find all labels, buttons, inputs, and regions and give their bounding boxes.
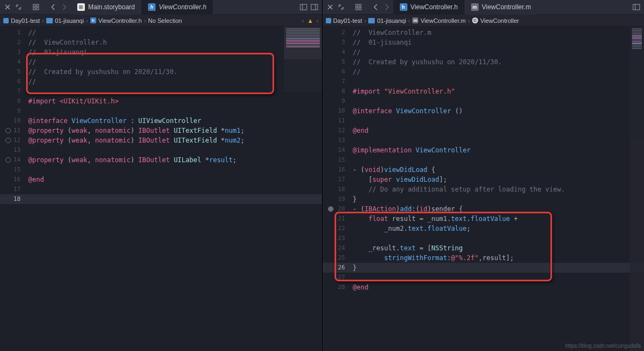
svg-rect-1 [36,4,39,7]
tab-header-file[interactable]: h ViewController.h [141,0,213,15]
left-editor-pane: ⊞ Main.storyboard h ViewController.h Day… [0,0,323,351]
forward-icon[interactable] [382,3,391,11]
right-editor[interactable]: 2345678910111213141516171819202122232425… [323,27,645,351]
right-code[interactable]: // ViewController.m// 01-jisuanqi//// Cr… [350,27,645,351]
impl-icon: m [471,3,479,11]
right-gutter: 2345678910111213141516171819202122232425… [323,27,350,351]
project-icon [326,18,331,23]
tab-header-file[interactable]: h ViewController.h [393,0,465,15]
left-code[interactable]: //// ViewController.h// 01-jisuanqi//// … [25,27,322,351]
svg-rect-9 [359,4,361,7]
tab-label: ViewController.h [159,3,206,11]
tab-label: ViewController.m [482,3,531,11]
svg-rect-11 [359,8,361,10]
left-editor[interactable]: 123456789101112131415161718 //// ViewCon… [0,27,322,351]
tab-storyboard[interactable]: ⊞ Main.storyboard [71,0,141,15]
header-icon: h [400,3,407,11]
impl-icon: m [412,17,418,23]
tab-label: ViewController.h [411,3,458,11]
svg-rect-0 [33,4,35,7]
right-minimap[interactable] [630,27,644,351]
right-topbar: h ViewController.h m ViewController.m [323,0,645,15]
tab-label: Main.storyboard [88,3,135,11]
next-icon[interactable]: › [317,17,319,24]
svg-rect-8 [356,4,358,7]
project-icon [3,18,9,23]
svg-rect-10 [356,8,358,10]
layout-icon[interactable] [299,3,308,11]
svg-rect-12 [633,4,640,10]
close-icon[interactable] [3,3,12,11]
layout-icon[interactable] [632,3,641,11]
header-icon: h [148,3,156,11]
prev-icon[interactable]: ‹ [302,17,304,24]
expand-icon[interactable] [337,3,345,11]
class-icon: C [472,17,478,23]
svg-rect-3 [36,8,39,10]
svg-rect-6 [311,4,318,10]
watermark: https://blog.csdn.net/cungudafa [565,343,641,349]
left-topbar: ⊞ Main.storyboard h ViewController.h [0,0,322,15]
expand-icon[interactable] [14,3,23,11]
folder-icon [46,18,53,23]
warning-icon[interactable]: ▲ [307,17,313,24]
header-icon: h [90,17,96,23]
storyboard-icon: ⊞ [77,3,85,11]
left-gutter: 123456789101112131415161718 [0,27,25,351]
split-icon[interactable] [310,3,319,11]
grid-icon[interactable] [354,3,363,11]
back-icon[interactable] [49,3,58,11]
folder-icon [368,18,375,23]
forward-icon[interactable] [60,3,69,11]
left-breadcrumb[interactable]: Day01-test › 01-jisuanqi › h ViewControl… [0,15,322,27]
right-breadcrumb[interactable]: Day01-test › 01-jisuanqi › m ViewControl… [323,15,645,27]
left-minimap[interactable] [284,27,322,92]
close-icon[interactable] [326,3,335,11]
svg-rect-2 [33,8,35,10]
grid-icon[interactable] [32,3,40,11]
right-editor-pane: h ViewController.h m ViewController.m Da… [323,0,645,351]
back-icon[interactable] [371,3,380,11]
tab-impl-file[interactable]: m ViewController.m [465,0,537,15]
svg-rect-4 [300,4,307,10]
